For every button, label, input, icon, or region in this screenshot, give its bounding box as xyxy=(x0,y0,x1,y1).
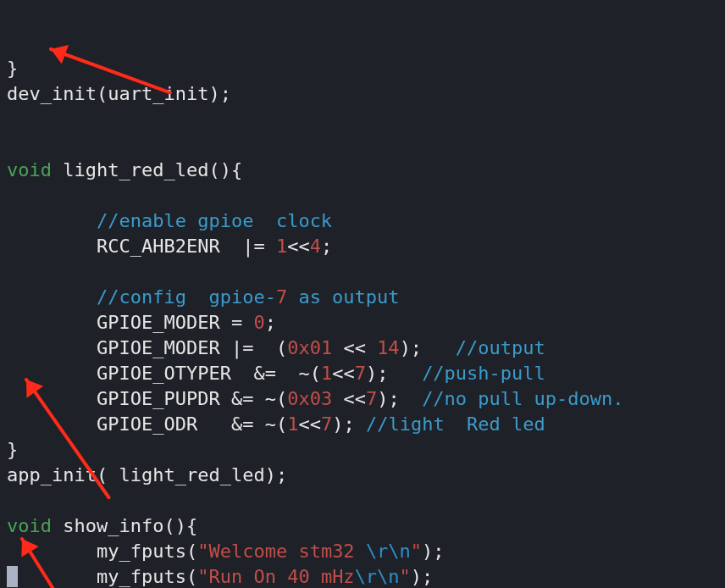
code-token xyxy=(7,312,97,333)
code-token: ); xyxy=(366,363,422,384)
code-token: RCC_AHB2ENR xyxy=(97,236,242,257)
code-token: { xyxy=(186,515,197,536)
code-token: |= xyxy=(242,236,276,257)
code-token: 1 xyxy=(321,363,332,384)
code-token: ( xyxy=(186,566,197,587)
code-token: //no pull up-down. xyxy=(422,388,623,409)
code-token: ); xyxy=(400,337,456,358)
code-token: << xyxy=(332,388,366,409)
code-token: ( xyxy=(97,83,108,104)
code-token: GPIOE_MODER xyxy=(97,312,231,333)
code-token: \r\n xyxy=(366,541,411,562)
code-line: void show_info(){ xyxy=(7,513,718,539)
code-token: &= ~( xyxy=(253,363,320,384)
code-token: my_fputs xyxy=(97,566,186,587)
code-token xyxy=(7,388,97,409)
code-line: GPIOE_OTYPER &= ~(1<<7); //push-pull xyxy=(7,361,718,386)
code-token: show_info xyxy=(63,515,163,536)
code-token: 14 xyxy=(377,337,400,358)
code-token: 1 xyxy=(276,236,287,257)
code-token: void xyxy=(7,515,52,536)
code-token xyxy=(52,159,63,180)
code-line xyxy=(7,132,718,158)
code-line xyxy=(7,183,718,208)
code-line: void light_red_led(){ xyxy=(7,158,718,183)
code-token: light_red_led xyxy=(119,464,264,485)
code-token: << xyxy=(287,236,310,257)
code-line: dev_init(uart_init); xyxy=(7,81,718,107)
code-token: << xyxy=(298,413,321,435)
code-token: uart_init xyxy=(108,83,208,104)
code-line: app_init( light_red_led); xyxy=(7,463,718,488)
code-token: 0x01 xyxy=(287,337,332,358)
code-line: } xyxy=(7,56,718,81)
code-token: ); xyxy=(422,541,445,562)
code-token: "Run On 40 mHz xyxy=(197,566,354,587)
code-token xyxy=(7,413,97,435)
code-token: 7 xyxy=(321,413,332,435)
code-token: () xyxy=(208,159,231,180)
code-area: }dev_init(uart_init); void light_red_led… xyxy=(7,56,718,588)
code-line: GPIOE_MODER |= (0x01 << 14); //output xyxy=(7,336,718,361)
code-line: RCC_AHB2ENR |= 1<<4; xyxy=(7,234,718,259)
code-token: ) xyxy=(208,83,219,104)
code-token: " xyxy=(400,566,411,587)
code-token: GPIOE_ODR xyxy=(97,413,231,435)
code-token: &= ~( xyxy=(231,413,287,435)
code-line: GPIOE_MODER = 0; xyxy=(7,310,718,336)
code-token: " xyxy=(411,541,422,562)
code-token: } xyxy=(7,439,18,460)
code-token: ( xyxy=(186,541,197,562)
code-token: << xyxy=(332,337,377,358)
code-token xyxy=(52,515,63,536)
code-token: ; xyxy=(220,83,231,104)
code-token: ); xyxy=(265,464,288,485)
code-token: light_red_led xyxy=(63,159,208,180)
code-token: 7 xyxy=(355,363,366,384)
code-token: void xyxy=(7,159,52,180)
code-token: 7 xyxy=(276,286,287,308)
code-token: << xyxy=(332,363,355,384)
code-line: GPIOE_ODR &= ~(1<<7); //light Red led xyxy=(7,412,718,437)
code-line: GPIOE_PUPDR &= ~(0x03 <<7); //no pull up… xyxy=(7,386,718,412)
code-token: GPIOE_OTYPER xyxy=(97,363,253,384)
code-token: dev_init xyxy=(7,83,97,104)
code-line xyxy=(7,488,718,513)
code-token: ); xyxy=(332,413,366,435)
code-token: "Welcome stm32 xyxy=(197,541,366,562)
code-token xyxy=(7,566,18,587)
code-token: 0x03 xyxy=(287,388,332,409)
code-token: |= ( xyxy=(231,337,287,358)
code-token: } xyxy=(7,58,18,79)
code-token: () xyxy=(163,515,186,536)
code-token: = xyxy=(231,312,254,333)
code-token: ( xyxy=(97,464,119,485)
code-token xyxy=(7,286,97,308)
code-token: ); xyxy=(377,388,422,409)
code-token xyxy=(7,363,97,384)
code-token: 1 xyxy=(287,413,298,435)
code-line: //config gpioe-7 as output xyxy=(7,285,718,310)
code-token: //enable gpioe clock xyxy=(97,210,332,231)
code-token: &= ~( xyxy=(231,388,287,409)
code-token: //light Red led xyxy=(366,413,545,435)
code-line: my_fputs("Run On 40 mHz\r\n"); xyxy=(7,564,718,588)
code-token: my_fputs xyxy=(97,541,186,562)
code-line xyxy=(7,259,718,285)
code-token xyxy=(18,566,97,587)
code-line: my_fputs("Welcome stm32 \r\n"); xyxy=(7,539,718,564)
code-line: } xyxy=(7,437,718,463)
code-token: //push-pull xyxy=(422,363,545,384)
code-token: as output xyxy=(287,286,399,308)
code-token: ; xyxy=(321,236,332,257)
code-token: ; xyxy=(265,312,276,333)
code-token: 7 xyxy=(366,388,377,409)
code-token: //output xyxy=(456,337,545,358)
code-editor[interactable]: }dev_init(uart_init); void light_red_led… xyxy=(0,0,725,588)
code-token: app_init xyxy=(7,464,97,485)
code-token: //config gpioe- xyxy=(97,286,276,308)
code-token: ); xyxy=(411,566,434,587)
code-token: GPIOE_MODER xyxy=(97,337,231,358)
code-token xyxy=(7,210,97,231)
code-token xyxy=(7,236,97,257)
